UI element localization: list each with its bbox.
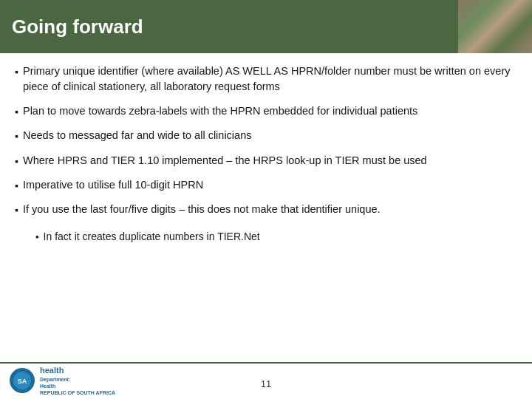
bullet-item-6: ▪ If you use the last four/five digits –… bbox=[15, 202, 517, 217]
logo-dept-label: Department: bbox=[40, 376, 115, 383]
bullet-marker-3: ▪ bbox=[15, 129, 18, 143]
bullet-text-4: Where HPRS and TIER 1.10 implemented – t… bbox=[23, 153, 517, 168]
slide-content: ▪ Primary unique identifier (where avail… bbox=[0, 53, 532, 362]
footer-logo: SA health Department: Health REPUBLIC OF… bbox=[9, 365, 115, 396]
footer-divider bbox=[0, 362, 532, 364]
header-image bbox=[458, 0, 532, 53]
logo-health-label: health bbox=[40, 365, 115, 375]
slide-header: Going forward bbox=[0, 0, 532, 53]
slide-title: Going forward bbox=[12, 16, 143, 38]
bullet-item-5: ▪ Imperative to utilise full 10-digit HP… bbox=[15, 177, 517, 193]
bullet-item-4: ▪ Where HPRS and TIER 1.10 implemented –… bbox=[15, 153, 517, 168]
bullet-text-5: Imperative to utilise full 10-digit HPRN bbox=[23, 177, 517, 193]
bullet-text-1: Primary unique identifier (where availab… bbox=[23, 64, 517, 95]
slide-footer: SA health Department: Health REPUBLIC OF… bbox=[0, 368, 532, 399]
bullet-marker-4: ▪ bbox=[15, 154, 18, 168]
bullet-marker-1: ▪ bbox=[15, 64, 18, 79]
sub-bullet-item-1: ▪ In fact it creates duplicate numbers i… bbox=[35, 230, 517, 245]
slide: Going forward ▪ Primary unique identifie… bbox=[0, 0, 532, 399]
bullet-marker-5: ▪ bbox=[15, 178, 18, 193]
bullet-text-3: Needs to messaged far and wide to all cl… bbox=[23, 128, 517, 143]
logo-text: health Department: Health REPUBLIC OF SO… bbox=[40, 365, 115, 396]
bullet-text-2: Plan to move towards zebra-labels with t… bbox=[23, 103, 517, 119]
bullet-item-1: ▪ Primary unique identifier (where avail… bbox=[15, 64, 517, 95]
sub-bullet-text-1: In fact it creates duplicate numbers in … bbox=[44, 230, 260, 245]
svg-text:SA: SA bbox=[18, 378, 27, 385]
logo-country: REPUBLIC OF SOUTH AFRICA bbox=[40, 389, 115, 396]
bullet-marker-2: ▪ bbox=[15, 104, 18, 119]
bullet-text-6: If you use the last four/five digits – t… bbox=[23, 202, 517, 217]
header-title-area: Going forward bbox=[0, 0, 458, 53]
bullet-item-3: ▪ Needs to messaged far and wide to all … bbox=[15, 128, 517, 143]
header-image-decoration bbox=[458, 0, 532, 53]
health-dept-logo-icon: SA bbox=[9, 367, 35, 394]
logo-dept-name: Health bbox=[40, 383, 115, 389]
bullet-marker-6: ▪ bbox=[15, 202, 18, 217]
sub-bullet-marker-1: ▪ bbox=[35, 231, 39, 244]
page-number: 11 bbox=[261, 378, 271, 389]
bullet-item-2: ▪ Plan to move towards zebra-labels with… bbox=[15, 103, 517, 119]
